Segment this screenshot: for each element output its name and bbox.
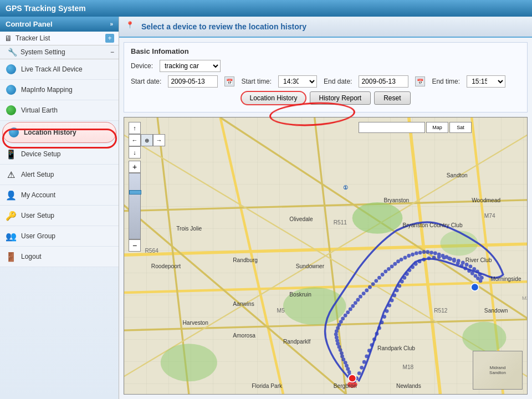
svg-point-40 bbox=[346, 310, 350, 314]
nav-label-logout: Logout bbox=[21, 253, 42, 260]
svg-text:Harveston: Harveston bbox=[182, 320, 208, 326]
control-panel-label: Control Panel bbox=[6, 20, 53, 28]
svg-text:Sundowner: Sundowner bbox=[296, 263, 325, 269]
start-date-input[interactable] bbox=[168, 75, 218, 88]
svg-point-91 bbox=[442, 256, 446, 260]
svg-text:Florida Park: Florida Park bbox=[252, 383, 283, 389]
sidebar-item-logout[interactable]: 🚪 Logout bbox=[0, 247, 119, 267]
svg-point-49 bbox=[371, 282, 375, 286]
map-container[interactable]: R564 R511 M74 M30 M3 M18 R512 M5 ① Sandt… bbox=[124, 117, 528, 395]
map-sat-button[interactable]: Sat bbox=[449, 122, 472, 133]
zoom-in-button[interactable]: + bbox=[129, 161, 141, 173]
svg-text:Sandton: Sandton bbox=[447, 172, 468, 178]
end-date-calendar-button[interactable]: 📅 bbox=[415, 76, 425, 86]
logout-icon: 🚪 bbox=[6, 251, 17, 262]
location-history-button[interactable]: Location History bbox=[241, 91, 306, 105]
svg-point-98 bbox=[411, 265, 415, 269]
svg-point-46 bbox=[362, 291, 366, 295]
pan-right-button[interactable]: → bbox=[153, 134, 165, 146]
map-search-button[interactable]: Map bbox=[426, 122, 448, 133]
svg-point-84 bbox=[472, 267, 476, 271]
sidebar-item-virtual-earth[interactable]: Virtual Earth bbox=[0, 100, 119, 121]
zoom-handle[interactable] bbox=[129, 190, 141, 195]
nav-label-alert-setup: Alert Setup bbox=[21, 171, 54, 178]
pan-up-button[interactable]: ↑ bbox=[129, 122, 141, 134]
svg-point-43 bbox=[354, 301, 357, 305]
map-search-input[interactable] bbox=[359, 122, 425, 133]
svg-point-60 bbox=[407, 254, 411, 258]
svg-point-102 bbox=[400, 280, 404, 284]
svg-point-109 bbox=[382, 315, 386, 319]
sidebar-item-live-track[interactable]: Live Track All Device bbox=[0, 59, 119, 80]
svg-point-117 bbox=[362, 360, 366, 364]
zoom-out-button[interactable]: − bbox=[129, 239, 141, 252]
sidebar-item-alert-setup[interactable]: ⚠ Alert Setup bbox=[0, 165, 119, 185]
end-time-select[interactable]: 15:15 bbox=[467, 75, 505, 88]
svg-point-95 bbox=[422, 258, 426, 262]
sidebar-item-my-account[interactable]: 👤 My Account bbox=[0, 185, 119, 206]
nav-label-virtual-earth: Virtual Earth bbox=[21, 106, 58, 114]
svg-point-114 bbox=[370, 343, 374, 347]
svg-point-115 bbox=[367, 349, 371, 352]
end-date-input[interactable] bbox=[359, 75, 408, 88]
sidebar-item-user-group[interactable]: 👥 User Group bbox=[0, 226, 119, 247]
svg-point-77 bbox=[470, 272, 474, 275]
nav-label-user-group: User Group bbox=[21, 232, 55, 240]
start-time-select[interactable]: 14:30 bbox=[278, 75, 317, 88]
start-time-label: Start time: bbox=[241, 78, 272, 85]
svg-point-30 bbox=[336, 342, 340, 346]
sidebar: Control Panel » 🖥 Tracker List + 🔧 Syste… bbox=[0, 17, 119, 399]
map-controls: ↑ ← ⊕ → ↓ + − bbox=[129, 122, 165, 252]
action-buttons-row: Location History History Report Reset bbox=[131, 91, 520, 105]
svg-point-38 bbox=[341, 317, 345, 321]
svg-point-44 bbox=[356, 298, 360, 301]
zoom-slider[interactable] bbox=[129, 173, 141, 239]
sidebar-item-mapinfo[interactable]: MapInfo Mapping bbox=[0, 80, 119, 100]
date-time-row: Start date: 📅 Start time: 14:30 End date… bbox=[131, 75, 520, 88]
svg-point-96 bbox=[418, 259, 422, 263]
svg-point-93 bbox=[432, 256, 436, 260]
sidebar-item-device-setup[interactable]: 📱 Device Setup bbox=[0, 144, 119, 165]
svg-point-36 bbox=[337, 323, 341, 327]
pan-center-button[interactable]: ⊕ bbox=[141, 134, 153, 146]
sidebar-item-location-history[interactable]: Location History bbox=[2, 122, 116, 143]
svg-point-24 bbox=[344, 361, 347, 365]
history-report-button[interactable]: History Report bbox=[310, 91, 371, 105]
collapse-arrows[interactable]: » bbox=[110, 21, 113, 27]
nav-label-user-setup: User Setup bbox=[21, 212, 54, 219]
system-setting-toggle[interactable]: − bbox=[110, 48, 114, 56]
globe-icon-2 bbox=[6, 84, 17, 95]
svg-point-26 bbox=[340, 355, 344, 359]
basic-info-title: Basic Infomation bbox=[131, 47, 520, 55]
svg-point-62 bbox=[415, 252, 418, 255]
reset-button[interactable]: Reset bbox=[374, 91, 410, 105]
svg-point-48 bbox=[368, 285, 372, 289]
svg-point-81 bbox=[480, 276, 484, 280]
mini-map: MidrandSandton bbox=[473, 351, 523, 390]
basic-info-section: Basic Infomation Device: tracking car St… bbox=[124, 42, 528, 112]
main-layout: Control Panel » 🖥 Tracker List + 🔧 Syste… bbox=[0, 17, 532, 399]
svg-point-89 bbox=[452, 258, 456, 262]
pan-left-button[interactable]: ← bbox=[129, 134, 141, 146]
svg-text:Randparklf: Randparklf bbox=[283, 339, 310, 345]
pan-down-button[interactable]: ↓ bbox=[129, 146, 141, 158]
nav-label-live-track: Live Track All Device bbox=[21, 65, 83, 73]
tracker-list-add-button[interactable]: + bbox=[105, 34, 114, 43]
tracker-list-row: 🖥 Tracker List + bbox=[0, 32, 119, 45]
svg-point-105 bbox=[392, 294, 396, 298]
svg-text:R511: R511 bbox=[334, 219, 347, 226]
device-select[interactable]: tracking car bbox=[160, 60, 221, 72]
svg-point-55 bbox=[390, 264, 394, 268]
svg-point-42 bbox=[351, 304, 355, 308]
svg-text:Bryanston Country Club: Bryanston Country Club bbox=[402, 222, 462, 228]
system-setting-label: System Setting bbox=[21, 48, 65, 56]
sidebar-item-user-setup[interactable]: 🔑 User Setup bbox=[0, 206, 119, 226]
svg-point-54 bbox=[387, 267, 391, 271]
nav-label-my-account: My Account bbox=[21, 191, 55, 199]
svg-point-116 bbox=[365, 355, 369, 359]
svg-point-97 bbox=[414, 262, 418, 266]
system-setting-section: 🔧 System Setting − bbox=[0, 45, 119, 59]
map-search-box: Map Sat bbox=[359, 122, 472, 133]
start-date-calendar-button[interactable]: 📅 bbox=[224, 76, 234, 86]
svg-text:M5: M5 bbox=[277, 308, 285, 314]
